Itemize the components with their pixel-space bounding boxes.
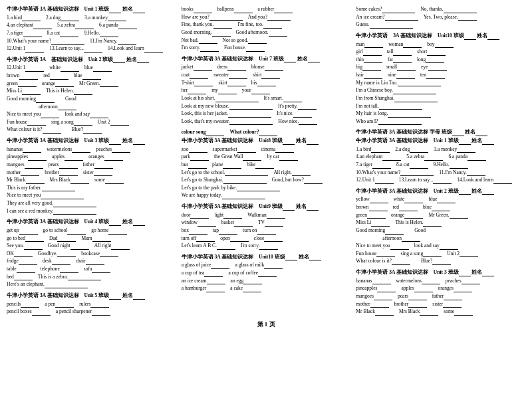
section-unit1-r-title: 牛津小学英语 3A 基础知识达标 字母 班级 姓名 — [356, 128, 525, 136]
unit2-r-line4: Miss Li This is Helen. — [356, 219, 525, 227]
unit1-r-line1: 1.a bird 2.a dog 3.a monkey — [356, 146, 525, 153]
unit8-line3: bus plane bike — [182, 161, 351, 169]
unit10-r10: My hair is long. — [356, 110, 525, 118]
unit2-r-line2: brown red blue — [356, 203, 525, 211]
unit8-line5: Let's go to Shanghai. Good, but how? — [182, 176, 351, 184]
section-unit5-title: 牛津小学英语 3A 基础知识达标 Unit 5 班级 姓名 — [7, 292, 176, 300]
unit3-line9: I can see a red monkey. — [7, 207, 176, 215]
unit3-line2: pineapples apples oranges — [7, 153, 176, 161]
unit2-r-line3: green orange Mr Green. — [356, 211, 525, 219]
unit4-line8: Here's an elephant. — [7, 280, 176, 288]
unit3-r-line1: bananas watermelons peaches — [356, 277, 525, 285]
unit4-line3: See you. Good night All right — [7, 242, 176, 250]
section-unit7: 牛津小学英语 3A 基础知识达标 Unit 7 班级 姓名 jacket dre… — [182, 55, 351, 126]
unit1-line2: 4.an elephant 5.a zebra 6.a panda — [7, 21, 176, 29]
unit3-line8: They are all very good. — [7, 199, 176, 207]
col2-line1: books ballpens a rubber — [182, 5, 351, 13]
section-unit3: 牛津小学英语 3A 基础知识达标 Unit 3 班级 姓名 bananas wa… — [7, 137, 176, 215]
page-number: 第 1 页 — [7, 320, 525, 329]
unit8-line7: We are happy today. — [182, 191, 351, 199]
unit5-line1: pencils a pen rulers — [7, 300, 176, 308]
unit2-line4: Miss Li This is Helen. — [7, 87, 176, 95]
section-unit1-r: 牛津小学英语 3A 基础知识达标 字母 班级 姓名 牛津小学英语 3A 基础知识… — [356, 128, 525, 183]
unit4-line1: get up go to school go home — [7, 227, 176, 235]
section-unit3-title: 牛津小学英语 3A 基础知识达标 Unit 3 班级 姓名 — [7, 137, 176, 145]
unit1-line4: 10.What's your name? 11.I'm Nancy. — [7, 37, 176, 45]
section-unit2-r: 牛津小学英语 3A 基础知识达标 Unit 2 班级 姓名 yellow whi… — [356, 187, 525, 265]
unit7-line1: jacket dress blouse — [182, 63, 351, 71]
col2-line4: Good morning. Good afternoon. — [182, 29, 351, 37]
unit2-line9: What colour is it? Blue? — [7, 126, 176, 134]
unit3-r-line5: Mr Black Mrs Black some — [356, 308, 525, 316]
unit2-line1: 12.Unit 1 white blue — [7, 64, 176, 72]
section-unit4-title: 牛津小学英语 3A 基础知识达标 Unit 4 班级 姓名 — [7, 218, 176, 226]
unit8-line1: zoo supermarket cinema — [182, 146, 351, 153]
unit10-r4: big small eye — [356, 63, 525, 71]
section-unit8-title: colour song What colour? — [182, 128, 351, 136]
unit2-line6: afternoon — [7, 103, 176, 111]
col2-line5: Not bad. Not so good. — [182, 37, 351, 45]
section-unit1: 牛津小学英语 3A 基础知识达标 Unit 1 班级 姓名 1.a bird 2… — [7, 5, 176, 52]
unit10-line4: a hamburger a cake — [182, 284, 351, 292]
section-unit2: 牛津小学英语 3A 基础知识达标 Unit 2 班级 姓名 12.Unit 1 … — [7, 56, 176, 134]
unit2-r-line5: Good morning Good — [356, 227, 525, 235]
unit2-line7: Nice to meet you look and say — [7, 110, 176, 118]
unit3-r-line4: mother brother sister — [356, 300, 525, 308]
column-3: Some cakes? No, thanks. An ice cream? Ye… — [356, 5, 525, 318]
unit5-line2: pencil boxes a pencil sharpener — [7, 308, 176, 316]
unit2-line3: green orange Mr Green. — [7, 80, 176, 88]
unit4-line4: OK Goodbye. bookcase — [7, 250, 176, 258]
unit10-r11: Who am I? — [356, 118, 525, 126]
unit2-r-line8: Fun house sing a song Unit 2 — [356, 250, 525, 258]
unit1-r-line2: 4.an elephant 5.a zebra 6.a panda — [356, 153, 525, 161]
unit8-line6: Let's go to the park by bike. — [182, 184, 351, 192]
unit7-line2: coat sweater shirt — [182, 71, 351, 79]
unit9-line1: door light Walkman — [182, 211, 351, 219]
unit2-line5: Good morning Good — [7, 95, 176, 103]
unit1-r-line5: 12.Unit 1 13.Learn to say... 14.Look and… — [356, 176, 525, 184]
unit1-r-line3: 7.a tiger 8.a cat 9.Hello. — [356, 161, 525, 169]
unit10-r8: I'm from Shanghai. — [356, 94, 525, 102]
main-content: 牛津小学英语 3A 基础知识达标 Unit 1 班级 姓名 1.a bird 2… — [7, 5, 525, 318]
unit3-line4: mother brother sister — [7, 169, 176, 177]
unit3-line6: This is my father. — [7, 184, 176, 192]
unit7-line8: Look, that's my sweater. How nice. — [182, 118, 351, 126]
section-unit9-title: 牛津小学英语 3A 基础知识达标 Unit9 班级 姓名 — [182, 203, 351, 211]
unit2-r-line9: What colour is it? Blue? — [356, 257, 525, 265]
unit10-r9: I'm not tall. — [356, 102, 525, 110]
unit7-line7: Look, this is her jacket. It's nice. — [182, 110, 351, 118]
unit10-r7: I'm a Chinese boy. — [356, 86, 525, 94]
unit8-line4: Let's go to the school. All right. — [182, 169, 351, 177]
col3-cakes-line1: Some cakes? No, thanks. — [356, 5, 525, 13]
unit2-r-line6: afternoon — [356, 235, 525, 243]
unit2-line8: Fun house sing a song Unit 2 — [7, 118, 176, 126]
unit1-line1: 1.a bird 2.a dog 3.a monkey — [7, 14, 176, 22]
section-unit7-title: 牛津小学英语 3A 基础知识达标 Unit 7 班级 姓名 — [182, 55, 351, 63]
unit10-line2: a cup of tea a cup of coffee — [182, 269, 351, 277]
unit3-r-line2: pineapples apples oranges — [356, 284, 525, 292]
section-unit10-title: 牛津小学英语 3A 基础知识达标 Unit10 班级 姓名 — [356, 32, 525, 40]
section-unit2-r-title: 牛津小学英语 3A 基础知识达标 Unit 2 班级 姓名 — [356, 187, 525, 195]
section-unit10-col2: 牛津小学英语 3A 基础知识达标 Unit10 班级 姓名 a glass of… — [182, 253, 351, 292]
unit2-r-line1: yellow white blue — [356, 195, 525, 203]
unit10-r3: thin fat long — [356, 56, 525, 64]
unit1-r-line4: 10.What's your name? 11.I'm Nancy. — [356, 169, 525, 177]
section-unit3-r: 牛津小学英语 3A 基础知识达标 Unit 3 班级 姓名 bananas wa… — [356, 268, 525, 316]
unit7-line5: Look at his shirt. It's smart. — [182, 94, 351, 102]
unit2-line2: brown red blue — [7, 72, 176, 80]
unit10-r1: man woman boy — [356, 41, 525, 49]
section-col2-top: books ballpens a rubber How are you? And… — [182, 5, 351, 52]
unit3-line7: Nice to meet you — [7, 191, 176, 199]
section-unit2-title: 牛津小学英语 3A 基础知识达标 Unit 2 班级 姓名 — [7, 56, 176, 64]
section-unit8: colour song What colour? 牛津小学英语 3A 基础知识达… — [182, 128, 351, 199]
unit1-line3: 7.a tiger 8.a cat 9.Hello. — [7, 29, 176, 37]
section-unit8-sub: 牛津小学英语 3A 基础知识达标 Unit8 班级 姓名 — [182, 137, 351, 145]
unit10-r2: girl tall short — [356, 48, 525, 56]
unit10-line3: an ice cream an egg — [182, 277, 351, 285]
unit4-line2: go to bed Dad Mum — [7, 235, 176, 243]
unit10-r6: My name is Liu Tao. — [356, 79, 525, 87]
section-unit1-title: 牛津小学英语 3A 基础知识达标 Unit 1 班级 姓名 — [7, 5, 176, 13]
unit4-line5: fridge desk chair — [7, 257, 176, 265]
unit9-line4: turn off open close — [182, 235, 351, 243]
unit10-r5: hair nine ten — [356, 71, 525, 79]
